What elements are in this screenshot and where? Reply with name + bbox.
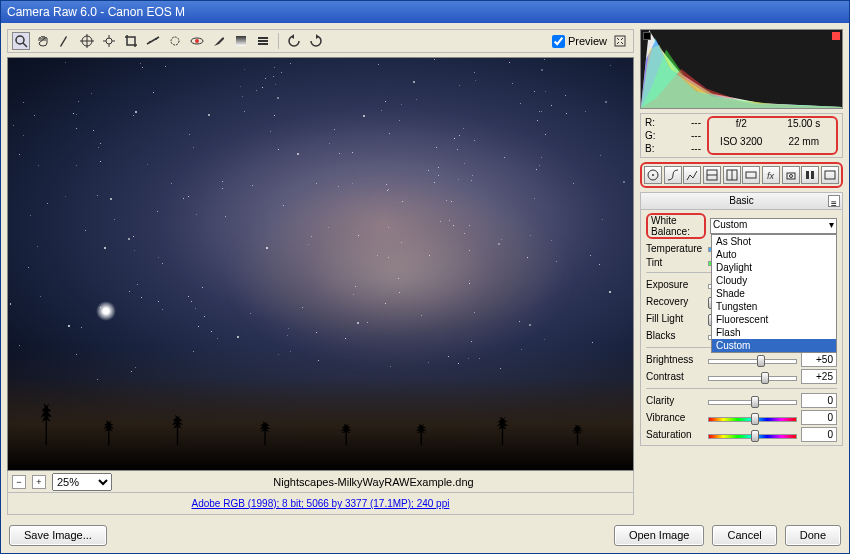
slider-brightness: Brightness+50 [646, 352, 837, 367]
highlight-clip-warning-icon[interactable] [832, 32, 840, 40]
spot-removal-tool-icon[interactable] [166, 32, 184, 50]
slider-clarity: Clarity0 [646, 393, 837, 408]
tab-detail-icon[interactable] [683, 166, 701, 184]
panel-header: Basic ≡ [640, 192, 843, 210]
slider-label: Recovery [646, 296, 704, 307]
slider-label: Saturation [646, 429, 704, 440]
wb-option[interactable]: Cloudy [712, 274, 836, 287]
slider-value[interactable]: 0 [801, 410, 837, 425]
done-button[interactable]: Done [785, 525, 841, 546]
svg-point-8 [155, 38, 157, 40]
basic-panel: White Balance: Custom ▾ As ShotAutoDayli… [640, 210, 843, 446]
rotate-ccw-icon[interactable] [285, 32, 303, 50]
shadow-clip-warning-icon[interactable] [643, 32, 651, 40]
aperture-value: f/2 [715, 118, 768, 136]
slider-track[interactable] [708, 354, 797, 366]
shutter-value: 15.00 s [778, 118, 831, 136]
tab-basic-icon[interactable] [644, 166, 662, 184]
graduated-filter-tool-icon[interactable] [232, 32, 250, 50]
g-value: --- [659, 129, 701, 142]
white-balance-dropdown: As ShotAutoDaylightCloudyShadeTungstenFl… [711, 234, 837, 353]
preview-checkbox[interactable] [552, 35, 565, 48]
preview-checkbox-label[interactable]: Preview [552, 35, 607, 48]
tab-presets-icon[interactable] [801, 166, 819, 184]
svg-rect-28 [811, 171, 814, 179]
slider-track[interactable] [708, 395, 797, 407]
slider-track[interactable] [708, 429, 797, 441]
slider-value[interactable]: +50 [801, 352, 837, 367]
exif-panel: R: G: B: --- --- --- f/2 15.00 s ISO 320… [640, 113, 843, 158]
tab-split-toning-icon[interactable] [723, 166, 741, 184]
wb-option[interactable]: As Shot [712, 235, 836, 248]
slider-track[interactable] [708, 371, 797, 383]
white-balance-label: White Balance: [646, 213, 706, 239]
hand-tool-icon[interactable] [34, 32, 52, 50]
zoom-in-button[interactable]: + [32, 475, 46, 489]
panel-menu-icon[interactable]: ≡ [828, 195, 840, 207]
slider-value[interactable]: 0 [801, 427, 837, 442]
svg-point-9 [171, 37, 179, 45]
svg-point-26 [789, 175, 792, 178]
open-image-button[interactable]: Open Image [614, 525, 705, 546]
tab-tone-curve-icon[interactable] [664, 166, 682, 184]
wb-option[interactable]: Shade [712, 287, 836, 300]
slider-value[interactable]: 0 [801, 393, 837, 408]
filename-display: Nightscapes-MilkyWayRAWExample.dng [118, 476, 629, 488]
color-sampler-tool-icon[interactable] [78, 32, 96, 50]
slider-label: Brightness [646, 354, 704, 365]
slider-label: Temperature [646, 243, 704, 254]
white-balance-tool-icon[interactable] [56, 32, 74, 50]
fullscreen-icon[interactable] [611, 32, 629, 50]
image-preview[interactable] [7, 57, 634, 471]
right-panel: R: G: B: --- --- --- f/2 15.00 s ISO 320… [640, 29, 843, 515]
slider-label: Blacks [646, 330, 704, 341]
basic-panel-container: Basic ≡ White Balance: Custom ▾ As ShotA… [640, 192, 843, 446]
svg-line-1 [23, 43, 27, 47]
slider-track[interactable] [708, 412, 797, 424]
workflow-options-link[interactable]: Adobe RGB (1998); 8 bit; 5066 by 3377 (1… [12, 498, 629, 509]
svg-rect-29 [825, 171, 835, 179]
svg-rect-27 [806, 171, 809, 179]
red-eye-tool-icon[interactable] [188, 32, 206, 50]
zoom-tool-icon[interactable] [12, 32, 30, 50]
svg-rect-12 [236, 36, 246, 46]
tab-effects-icon[interactable]: fx [762, 166, 780, 184]
toolbar-separator [278, 33, 279, 49]
preferences-tool-icon[interactable] [254, 32, 272, 50]
slider-vibrance: Vibrance0 [646, 410, 837, 425]
wb-option[interactable]: Daylight [712, 261, 836, 274]
adjustment-brush-tool-icon[interactable] [210, 32, 228, 50]
zoom-select[interactable]: 25% [52, 473, 112, 491]
save-image-button[interactable]: Save Image... [9, 525, 107, 546]
svg-rect-25 [787, 173, 795, 179]
slider-value[interactable]: +25 [801, 369, 837, 384]
histogram[interactable] [640, 29, 843, 109]
rotate-cw-icon[interactable] [307, 32, 325, 50]
left-column: Preview − + 25% Nightscapes-MilkyWayRAWE… [7, 29, 634, 515]
slider-label: Clarity [646, 395, 704, 406]
tab-camera-calibration-icon[interactable] [782, 166, 800, 184]
white-balance-select[interactable]: Custom ▾ As ShotAutoDaylightCloudyShadeT… [710, 218, 837, 234]
focal-value: 22 mm [778, 136, 831, 154]
zoom-out-button[interactable]: − [12, 475, 26, 489]
tab-hsl-icon[interactable] [703, 166, 721, 184]
wb-option[interactable]: Custom [712, 339, 836, 352]
slider-label: Fill Light [646, 313, 704, 324]
slider-label: Contrast [646, 371, 704, 382]
cancel-button[interactable]: Cancel [712, 525, 776, 546]
tab-lens-corrections-icon[interactable] [742, 166, 760, 184]
wb-option[interactable]: Auto [712, 248, 836, 261]
wb-option[interactable]: Tungsten [712, 300, 836, 313]
straighten-tool-icon[interactable] [144, 32, 162, 50]
button-row: Save Image... Open Image Cancel Done [1, 521, 849, 553]
svg-rect-13 [258, 37, 268, 39]
r-value: --- [659, 116, 701, 129]
wb-option[interactable]: Flash [712, 326, 836, 339]
targeted-adjustment-tool-icon[interactable] [100, 32, 118, 50]
svg-rect-23 [746, 172, 756, 178]
wb-option[interactable]: Fluorescent [712, 313, 836, 326]
slider-label: Vibrance [646, 412, 704, 423]
tab-snapshots-icon[interactable] [821, 166, 839, 184]
crop-tool-icon[interactable] [122, 32, 140, 50]
zoom-bar: − + 25% Nightscapes-MilkyWayRAWExample.d… [7, 471, 634, 493]
